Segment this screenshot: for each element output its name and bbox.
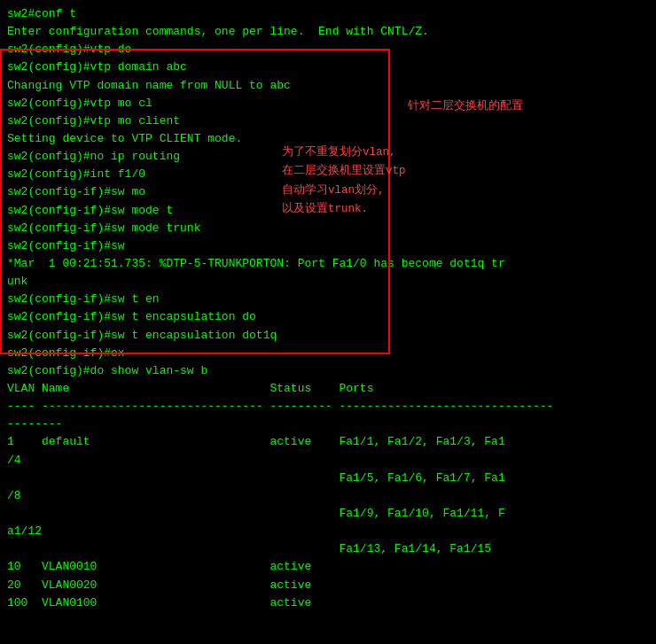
terminal-line: sw2(config-if)#sw mode trunk	[7, 220, 649, 237]
terminal-line: VLAN Name Status Ports	[7, 380, 649, 398]
terminal-line: sw2(config)#vtp mo client	[7, 113, 649, 130]
terminal-line: sw2(config)#vtp domain abc	[7, 58, 649, 76]
terminal-line: Enter configuration commands, one per li…	[7, 23, 649, 41]
terminal-line: unk	[7, 273, 649, 291]
annotation-main: 针对二层交换机的配置	[408, 97, 523, 116]
terminal-line: *Mar 1 00:21:51.735: %DTP-5-TRUNKPORTON:…	[7, 255, 649, 273]
terminal-line: a1/12	[7, 523, 649, 540]
terminal-lines: sw2#conf tEnter configuration commands, …	[7, 5, 649, 612]
terminal-line: sw2(config)#vtp do	[7, 41, 649, 58]
terminal-line: 20 VLAN0020 active	[7, 577, 649, 594]
terminal-line: sw2(config-if)#sw t encapsulation dot1q	[7, 327, 649, 345]
terminal-line: Fa1/5, Fa1/6, Fa1/7, Fa1	[7, 469, 649, 487]
terminal-line: /4	[7, 452, 649, 469]
terminal-line: ---- -------------------------------- --…	[7, 398, 649, 415]
terminal-line: Fa1/9, Fa1/10, Fa1/11, F	[7, 505, 649, 523]
terminal-line: sw2(config)#do show vlan-sw b	[7, 362, 649, 380]
terminal-line: sw2#conf t	[7, 5, 649, 23]
terminal-line: sw2(config-if)#sw t encapsulation do	[7, 308, 649, 326]
terminal-line: sw2(config-if)#sw	[7, 237, 649, 255]
terminal-line: sw2(config-if)#ex	[7, 345, 649, 362]
terminal-line: Fa1/13, Fa1/14, Fa1/15	[7, 540, 649, 558]
annotation-sub: 为了不重复划分vlan, 在二层交换机里设置vtp 自动学习vlan划分, 以及…	[282, 144, 406, 219]
terminal-line: sw2(config)#vtp mo cl	[7, 95, 649, 113]
terminal-line: 100 VLAN0100 active	[7, 594, 649, 612]
terminal: 针对二层交换机的配置 为了不重复划分vlan, 在二层交换机里设置vtp 自动学…	[0, 0, 656, 617]
terminal-line: sw2(config-if)#sw t en	[7, 291, 649, 308]
terminal-line: /8	[7, 487, 649, 505]
terminal-line: 10 VLAN0010 active	[7, 558, 649, 576]
terminal-line: 1 default active Fa1/1, Fa1/2, Fa1/3, Fa…	[7, 433, 649, 451]
terminal-line: Changing VTP domain name from NULL to ab…	[7, 77, 649, 95]
terminal-line: --------	[7, 415, 649, 433]
